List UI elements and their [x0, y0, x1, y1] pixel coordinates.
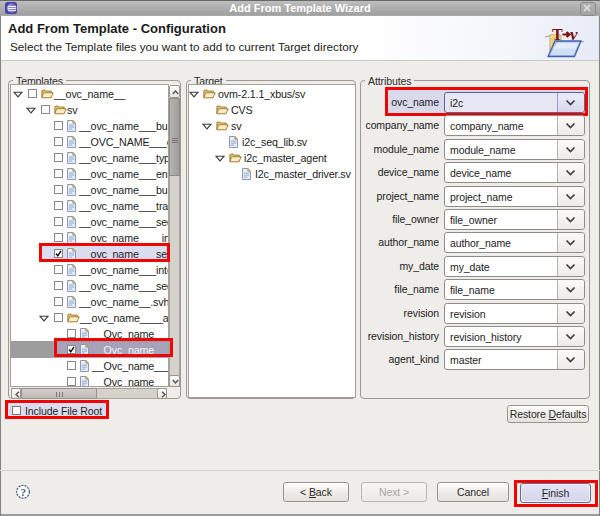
svg-text:T: T — [552, 26, 563, 43]
svg-text:ν: ν — [570, 25, 578, 44]
svg-text:?: ? — [20, 486, 26, 498]
